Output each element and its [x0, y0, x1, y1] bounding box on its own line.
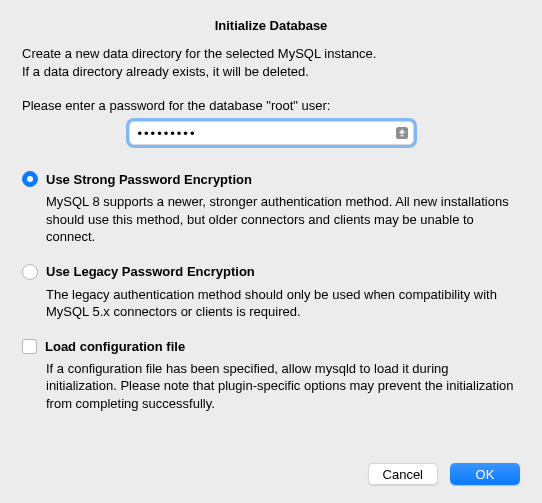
load-config-label: Load configuration file: [45, 339, 185, 354]
legacy-encryption-desc: The legacy authentication method should …: [22, 286, 520, 321]
radio-strong-encryption[interactable]: [22, 171, 38, 187]
option-legacy-encryption: Use Legacy Password Encryption The legac…: [22, 264, 520, 321]
option-head: Use Legacy Password Encryption: [22, 264, 520, 280]
intro-line2: If a data directory already exists, it w…: [22, 64, 309, 79]
svg-rect-1: [400, 135, 403, 136]
option-head: Use Strong Password Encryption: [22, 171, 520, 187]
intro-text: Create a new data directory for the sele…: [22, 45, 520, 80]
dialog-buttons: Cancel OK: [22, 463, 520, 485]
option-head: Load configuration file: [22, 339, 520, 354]
initialize-database-dialog: Initialize Database Create a new data di…: [0, 0, 542, 503]
strong-encryption-desc: MySQL 8 supports a newer, stronger authe…: [22, 193, 520, 246]
root-password-input[interactable]: [129, 121, 414, 145]
checkbox-load-config[interactable]: [22, 339, 37, 354]
cancel-button[interactable]: Cancel: [368, 463, 438, 485]
caps-lock-icon: [394, 125, 410, 141]
legacy-encryption-label: Use Legacy Password Encryption: [46, 264, 255, 279]
intro-line1: Create a new data directory for the sele…: [22, 46, 376, 61]
option-load-config: Load configuration file If a configurati…: [22, 339, 520, 413]
load-config-desc: If a configuration file has been specifi…: [22, 360, 520, 413]
ok-button[interactable]: OK: [450, 463, 520, 485]
password-input-wrap: [129, 121, 414, 145]
radio-legacy-encryption[interactable]: [22, 264, 38, 280]
strong-encryption-label: Use Strong Password Encryption: [46, 172, 252, 187]
password-row: [22, 121, 520, 145]
dialog-title: Initialize Database: [22, 18, 520, 33]
option-strong-encryption: Use Strong Password Encryption MySQL 8 s…: [22, 171, 520, 246]
password-prompt: Please enter a password for the database…: [22, 98, 520, 113]
